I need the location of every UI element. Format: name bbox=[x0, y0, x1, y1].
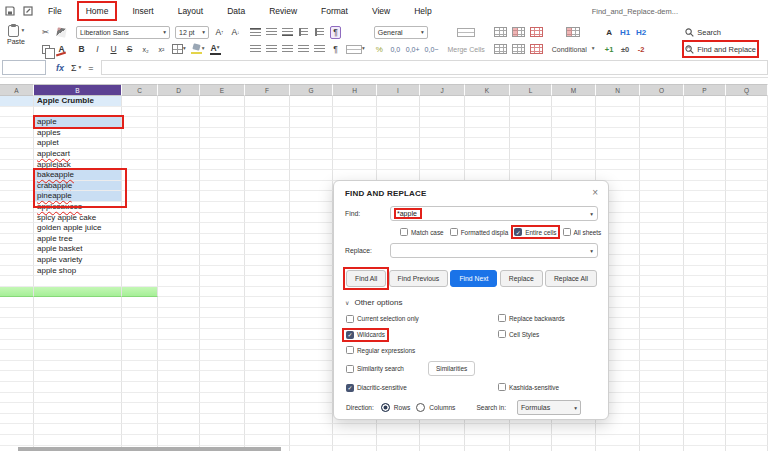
cell-E20[interactable] bbox=[200, 297, 245, 308]
select-table-icon[interactable] bbox=[512, 44, 525, 54]
cell-C25[interactable] bbox=[122, 350, 158, 361]
cell-G33[interactable] bbox=[290, 435, 333, 446]
cell-O27[interactable] bbox=[640, 371, 684, 382]
cell-N7[interactable] bbox=[596, 160, 640, 171]
cell-D15[interactable] bbox=[158, 244, 200, 255]
cell-O16[interactable] bbox=[640, 255, 684, 266]
cell-B10[interactable]: pineapple bbox=[34, 191, 122, 202]
direction-rows[interactable]: Rows bbox=[381, 403, 411, 412]
align-center-button[interactable] bbox=[266, 43, 277, 56]
cell-G21[interactable] bbox=[290, 308, 333, 319]
cell-A12[interactable] bbox=[0, 213, 34, 224]
cell-O29[interactable] bbox=[640, 393, 684, 404]
cell-P19[interactable] bbox=[684, 287, 726, 298]
cell-D10[interactable] bbox=[158, 191, 200, 202]
cell-G3[interactable] bbox=[290, 117, 333, 128]
cell-G19[interactable] bbox=[290, 287, 333, 298]
cell-E14[interactable] bbox=[200, 234, 245, 245]
cell-G17[interactable] bbox=[290, 266, 333, 277]
column-header-i[interactable]: I bbox=[377, 84, 420, 96]
cell-P12[interactable] bbox=[684, 213, 726, 224]
other-options-toggle[interactable]: ∨ Other options bbox=[345, 298, 598, 307]
cell-E17[interactable] bbox=[200, 266, 245, 277]
column-header-d[interactable]: D bbox=[158, 84, 200, 96]
cell-B9[interactable]: crabapple bbox=[34, 181, 122, 192]
cell-J5[interactable] bbox=[420, 138, 465, 149]
cell-E29[interactable] bbox=[200, 393, 245, 404]
cell-C31[interactable] bbox=[122, 414, 158, 425]
cell-A26[interactable] bbox=[0, 361, 34, 372]
cell-E19[interactable] bbox=[200, 287, 245, 298]
cell-D32[interactable] bbox=[158, 424, 200, 435]
cell-F32[interactable] bbox=[245, 424, 290, 435]
column-header-h[interactable]: H bbox=[333, 84, 377, 96]
cell-C24[interactable] bbox=[122, 340, 158, 351]
cell-O2[interactable] bbox=[640, 107, 684, 118]
cell-F13[interactable] bbox=[245, 223, 290, 234]
cell-H4[interactable] bbox=[333, 128, 377, 139]
cell-G25[interactable] bbox=[290, 350, 333, 361]
cell-B28[interactable] bbox=[34, 382, 122, 393]
background-color-button[interactable]: ▾ bbox=[191, 43, 205, 56]
cell-G1[interactable] bbox=[290, 96, 333, 107]
cell-E21[interactable] bbox=[200, 308, 245, 319]
delete-rows-icon[interactable] bbox=[530, 27, 543, 37]
cell-L7[interactable] bbox=[510, 160, 552, 171]
cell-A10[interactable] bbox=[0, 191, 34, 202]
style-heading1-button[interactable]: H1 bbox=[620, 26, 631, 39]
cell-K5[interactable] bbox=[465, 138, 510, 149]
style-heading2-button[interactable]: H2 bbox=[636, 26, 647, 39]
cell-O5[interactable] bbox=[640, 138, 684, 149]
style-default-button[interactable]: A bbox=[604, 26, 615, 39]
cell-M1[interactable] bbox=[552, 96, 596, 107]
cell-P11[interactable] bbox=[684, 202, 726, 213]
cell-C18[interactable] bbox=[122, 276, 158, 287]
cell-O15[interactable] bbox=[640, 244, 684, 255]
cell-A27[interactable] bbox=[0, 371, 34, 382]
cell-G2[interactable] bbox=[290, 107, 333, 118]
cell-D2[interactable] bbox=[158, 107, 200, 118]
cell-J7[interactable] bbox=[420, 160, 465, 171]
cell-O21[interactable] bbox=[640, 308, 684, 319]
cell-E32[interactable] bbox=[200, 424, 245, 435]
cell-F24[interactable] bbox=[245, 340, 290, 351]
cell-D14[interactable] bbox=[158, 234, 200, 245]
cell-J1[interactable] bbox=[420, 96, 465, 107]
cell-O4[interactable] bbox=[640, 128, 684, 139]
function-wizard-button[interactable]: fx bbox=[56, 63, 64, 73]
cell-H6[interactable] bbox=[333, 149, 377, 160]
cell-Q7[interactable] bbox=[726, 160, 768, 171]
cell-Q4[interactable] bbox=[726, 128, 768, 139]
cell-E9[interactable] bbox=[200, 181, 245, 192]
cell-Q27[interactable] bbox=[726, 371, 768, 382]
check-all-sheets[interactable]: All sheets bbox=[563, 228, 602, 236]
checkbox[interactable] bbox=[346, 315, 354, 323]
option-regular-expressions[interactable]: Regular expressions bbox=[346, 346, 415, 354]
cell-E1[interactable] bbox=[200, 96, 245, 107]
replace-input[interactable]: ▾ bbox=[390, 243, 598, 258]
cell-L5[interactable] bbox=[510, 138, 552, 149]
cell-B2[interactable] bbox=[34, 107, 122, 118]
cell-Q20[interactable] bbox=[726, 297, 768, 308]
underline-button[interactable]: U bbox=[108, 43, 119, 56]
search-button[interactable]: Search bbox=[685, 25, 756, 39]
cell-N2[interactable] bbox=[596, 107, 640, 118]
cell-E23[interactable] bbox=[200, 329, 245, 340]
cell-P4[interactable] bbox=[684, 128, 726, 139]
cell-B7[interactable]: applejack bbox=[34, 160, 122, 171]
cell-B12[interactable]: spicy apple cake bbox=[34, 213, 122, 224]
cell-F25[interactable] bbox=[245, 350, 290, 361]
cell-O23[interactable] bbox=[640, 329, 684, 340]
cell-P33[interactable] bbox=[684, 435, 726, 446]
cell-B26[interactable] bbox=[34, 361, 122, 372]
cell-F26[interactable] bbox=[245, 361, 290, 372]
cell-H33[interactable] bbox=[333, 435, 377, 446]
cell-C6[interactable] bbox=[122, 149, 158, 160]
cell-Q15[interactable] bbox=[726, 244, 768, 255]
cell-F17[interactable] bbox=[245, 266, 290, 277]
cell-K34[interactable] bbox=[465, 446, 510, 451]
cell-B18[interactable] bbox=[34, 276, 122, 287]
cell-E16[interactable] bbox=[200, 255, 245, 266]
cell-I5[interactable] bbox=[377, 138, 420, 149]
check-entire-cells[interactable]: ✓Entire cells bbox=[514, 228, 556, 236]
